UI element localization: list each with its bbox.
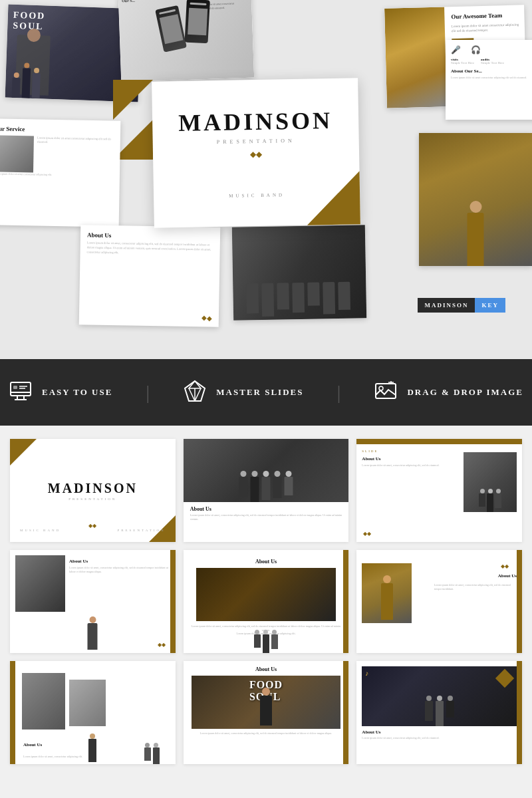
thumb-gold-bar8: [343, 661, 348, 764]
thumb-photo7a: [22, 673, 65, 730]
madinson-label: MADINSON: [418, 298, 475, 313]
thumb-about6-title: About Us: [498, 573, 517, 579]
thumb-about8-text: Lorem ipsum dolor sit amet, consectetur …: [195, 732, 337, 735]
band-figures: [246, 282, 350, 317]
thumb-band-title: About Us: [190, 506, 342, 512]
slide-gold-triangle: [307, 171, 360, 225]
top-mosaic-section: FOODSOUL Our S... Lorem ipsum dolor sit …: [0, 0, 532, 359]
monitor-icon: [9, 379, 33, 406]
thumb-gold-bar5: [343, 550, 348, 653]
thumb-gold-bar-r: [170, 550, 176, 653]
thumb-gold-bar: [356, 439, 522, 444]
slide-preview-band: [232, 225, 366, 320]
thumb-about-left[interactable]: About Us Lorem ipsum dolor sit amet, con…: [10, 550, 176, 653]
slide-preview-service: Our Service Lorem ipsum dolor sit amet c…: [0, 118, 120, 227]
thumb-about4-dots: ◆◆: [158, 642, 166, 648]
feature-easy-to-use: EASY TO USE: [9, 379, 112, 406]
thumb-title-text: MADINSON: [48, 481, 138, 496]
feature-master-label: MASTER SLIDES: [216, 387, 303, 398]
feature-drag-label: DRAG & DROP IMAGE: [407, 387, 523, 398]
thumb-photo-right: [464, 452, 517, 512]
thumb-about8-title: About Us: [255, 666, 277, 672]
thumb-stage-photo: [196, 568, 335, 621]
thumb-guitarist-photo: [362, 563, 412, 623]
svg-line-13: [195, 388, 201, 401]
thumb-about-dots: ◆◆: [363, 531, 371, 537]
thumb-dots: ◆◆: [88, 523, 96, 529]
slide-aos-title: About Our Se...: [451, 68, 532, 74]
thumb-gold-bar9: [517, 661, 522, 764]
slide-preview-about: About Us Lorem ipsum dolor sit amet, con…: [79, 225, 221, 327]
madinson-key-badge: MADINSON KEY: [418, 298, 505, 313]
thumb-about6-text: Lorem ipsum dolor sit amet, consectetur …: [434, 583, 517, 591]
main-slide-dots: ◆◆: [250, 150, 262, 160]
feature-drag-drop: DRAG & DROP IMAGE: [374, 379, 523, 406]
thumb-triangle-tl: [10, 439, 37, 466]
thumb-about-two-photos[interactable]: About Us Lorem ipsum dolor sit amet, con…: [10, 661, 176, 764]
thumb-band-label: MUSIC BAND: [20, 529, 61, 532]
feature-easy-label: EASY TO USE: [42, 387, 112, 398]
image-icon: [374, 379, 398, 406]
features-banner: EASY TO USE | MASTER SLIDES | DRAG: [0, 359, 532, 426]
main-slide-band-label: MUSIC BAND: [229, 192, 285, 198]
main-slide-subtitle: PRESENTATION: [217, 138, 295, 145]
thumb-pres-label: PRESENTATION: [117, 529, 165, 532]
thumb-about9-text: Lorem ipsum dolor sit amet, consectetur …: [362, 736, 517, 740]
thumb-about-center[interactable]: About Us Lorem ipsum dolor sit amet, con…: [184, 550, 349, 653]
slide-about-text: Lorem ipsum dolor sit amet, consectetur …: [87, 241, 213, 257]
svg-rect-1: [11, 382, 31, 396]
thumb-band-photo-img: [184, 439, 349, 502]
slide-aos-icons: 🎤 🎧: [451, 45, 532, 55]
thumb-concert-photo: ♪: [362, 666, 517, 726]
slide-about-dots: ◆◆: [201, 314, 212, 321]
slide-preview-about-service: 🎤 🎧 visits Simple Text Here audits Simpl…: [446, 40, 532, 120]
headphones-icon: 🎧: [471, 45, 481, 55]
svg-rect-14: [376, 384, 396, 398]
thumb-about-text: Lorem ipsum dolor sit amet, consectetur …: [362, 464, 447, 467]
gold-triangle-top: [113, 80, 153, 120]
thumb-gold-bar7: [10, 661, 15, 764]
thumb-about-right[interactable]: SLIDE About Us Lorem ipsum dolor sit ame…: [356, 439, 522, 542]
divider-2: |: [336, 381, 340, 404]
main-center-slide: MADINSON PRESENTATION ◆◆ MUSIC BAND: [152, 78, 360, 227]
thumb-about5-title: About Us: [255, 559, 277, 565]
key-label: KEY: [475, 298, 505, 313]
thumb-photo-left: [15, 555, 65, 612]
thumb-about9-title: About Us: [362, 730, 517, 735]
thumb-about4-title: About Us: [68, 559, 170, 564]
thumbnail-grid: MADINSON PRESENTATION ◆◆ MUSIC BAND PRES…: [0, 426, 532, 777]
slide-preview-guitarist: [419, 133, 532, 266]
slide-aos-text: Lorem ipsum dolor sit amet consectetur a…: [451, 76, 532, 80]
thumb-about4-text: Lorem ipsum dolor sit amet, consectetur …: [68, 566, 170, 574]
slide-service-title: Our Service: [0, 125, 114, 134]
thumb-band-info: About Us Lorem ipsum dolor sit amet, con…: [184, 502, 349, 525]
divider-1: |: [146, 381, 150, 404]
thumb-about7-title: About Us: [23, 742, 42, 747]
slide-team-title: Our Awesome Team: [451, 11, 521, 21]
thumb-band-text: Lorem ipsum dolor sit amet, consectetur …: [190, 513, 342, 521]
slide-about-title: About Us: [87, 231, 213, 240]
thumb-subtitle-text: PRESENTATION: [68, 497, 116, 501]
slide-service-text2: Lorem ipsum dolor sit amet consectetur a…: [0, 172, 113, 178]
thumb-title-slide[interactable]: MADINSON PRESENTATION ◆◆ MUSIC BAND PRES…: [10, 439, 176, 542]
thumb-food-soul[interactable]: About Us FOODSOUL Lorem ipsum dolor sit …: [184, 661, 349, 764]
thumb-photo7b: [69, 680, 106, 726]
svg-rect-6: [13, 386, 17, 389]
thumb-about-guitarist[interactable]: ◆◆ About Us Lorem ipsum dolor sit amet, …: [356, 550, 522, 653]
thumb-about6-dots: ◆◆: [501, 563, 509, 569]
svg-line-11: [189, 388, 195, 401]
thumb-about7-text: Lorem ipsum dolor sit amet, consectetur …: [23, 755, 82, 759]
main-slide-title: MADINSON: [178, 106, 333, 137]
thumb-band-photo[interactable]: About Us Lorem ipsum dolor sit amet, con…: [184, 439, 349, 542]
feature-master-slides: MASTER SLIDES: [183, 379, 303, 406]
slide-team-text: Lorem ipsum dolor sit amet consectetur a…: [452, 22, 521, 33]
thumb-gold-bar6: [517, 550, 522, 653]
thumb-about-concert[interactable]: ♪ About Us Lorem ipsum dolor sit amet, c…: [356, 661, 522, 764]
mic-icon: 🎤: [451, 45, 461, 55]
diamond-icon: [183, 379, 207, 406]
slide-preview-phones: Our S... Lorem ipsum dolor sit amet cons…: [118, 0, 254, 82]
svg-point-15: [379, 386, 383, 390]
thumb-food-soul-photo: FOODSOUL: [192, 676, 340, 729]
